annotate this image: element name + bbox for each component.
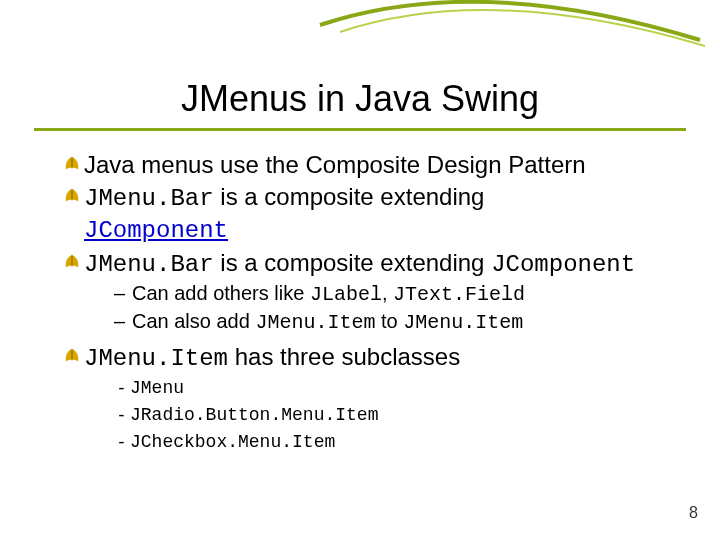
code-text: JMenu.Item — [255, 311, 375, 334]
slide-title: JMenus in Java Swing — [0, 78, 720, 120]
bullet-text: Java menus use the Composite Design Patt… — [84, 150, 680, 180]
body-text: Can add others like — [132, 282, 310, 304]
code-text: JText.Field — [393, 283, 525, 306]
page-number: 8 — [689, 504, 698, 522]
bullet-text: JMenu.Item has three subclasses -JMenu -… — [84, 342, 680, 456]
jcomponent-link[interactable]: JComponent — [84, 217, 228, 244]
bullet-item: JMenu.Bar is a composite extending JComp… — [60, 248, 680, 336]
code-text: JMenu.Bar — [84, 251, 214, 278]
bullet-text: JMenu.Bar is a composite extending JComp… — [84, 182, 680, 246]
leaf-bullet-icon — [60, 252, 84, 270]
sub-sub-bullet: -JRadio.Button.Menu.Item — [116, 401, 680, 428]
code-text: JCheckbox.Menu.Item — [130, 432, 335, 452]
code-text: JRadio.Button.Menu.Item — [130, 405, 378, 425]
bullet-item: JMenu.Bar is a composite extending JComp… — [60, 182, 680, 246]
title-underline — [34, 128, 686, 131]
body-text: is a composite extending — [214, 249, 492, 276]
body-text: has three subclasses — [228, 343, 460, 370]
body-text: , — [382, 282, 393, 304]
body-text: to — [375, 310, 403, 332]
body-text: Can also add — [132, 310, 255, 332]
sub-sub-bullet: -JCheckbox.Menu.Item — [116, 428, 680, 455]
code-text: JMenu.Bar — [84, 185, 214, 212]
code-text: JLabel — [310, 283, 382, 306]
bullet-item: JMenu.Item has three subclasses -JMenu -… — [60, 342, 680, 456]
leaf-bullet-icon — [60, 186, 84, 204]
code-text: JMenu — [130, 378, 184, 398]
leaf-bullet-icon — [60, 154, 84, 172]
bullet-text: JMenu.Bar is a composite extending JComp… — [84, 248, 680, 336]
sub-bullet: –Can also add JMenu.Item to JMenu.Item — [114, 308, 680, 336]
code-text: JComponent — [491, 251, 635, 278]
body-text: is a composite extending — [214, 183, 485, 210]
sub-sub-bullet: -JMenu — [116, 374, 680, 401]
leaf-bullet-icon — [60, 346, 84, 364]
code-text: JMenu.Item — [403, 311, 523, 334]
slide-body: Java menus use the Composite Design Patt… — [60, 150, 680, 458]
code-text: JMenu.Item — [84, 345, 228, 372]
decorative-swoosh — [0, 0, 720, 70]
bullet-item: Java menus use the Composite Design Patt… — [60, 150, 680, 180]
sub-bullet: –Can add others like JLabel, JText.Field — [114, 280, 680, 308]
